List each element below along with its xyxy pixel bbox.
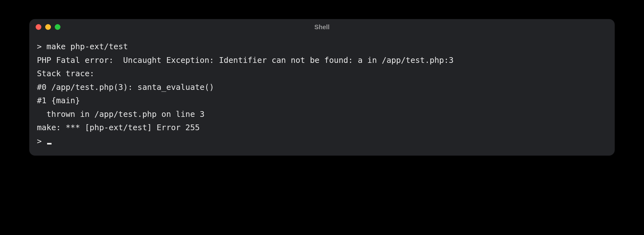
terminal-window: Shell > make php-ext/test PHP Fatal erro… (29, 19, 615, 156)
command-text: make php-ext/test (46, 42, 128, 51)
terminal-body[interactable]: > make php-ext/test PHP Fatal error: Unc… (29, 35, 615, 156)
output-line: #1 {main} (37, 96, 80, 105)
output-line: thrown in /app/test.php on line 3 (37, 110, 205, 119)
prompt: > (37, 137, 46, 146)
traffic-lights (36, 24, 60, 30)
window-title: Shell (314, 24, 330, 31)
close-icon[interactable] (36, 24, 41, 30)
output-line: #0 /app/test.php(3): santa_evaluate() (37, 83, 214, 92)
minimize-icon[interactable] (45, 24, 51, 30)
prompt: > (37, 42, 46, 51)
output-line: Stack trace: (37, 69, 94, 78)
maximize-icon[interactable] (55, 24, 60, 30)
titlebar: Shell (29, 19, 615, 35)
output-line: PHP Fatal error: Uncaught Exception: Ide… (37, 56, 453, 65)
cursor-icon (47, 143, 52, 144)
output-line: make: *** [php-ext/test] Error 255 (37, 123, 200, 132)
